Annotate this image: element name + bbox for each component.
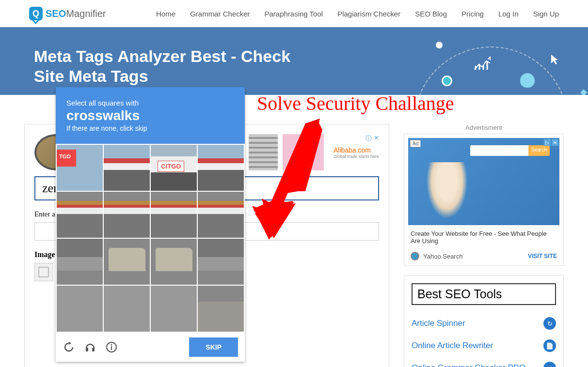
- deco-dot-cyan: [442, 76, 452, 86]
- ad-text: Create Your Website for Free - See What …: [408, 225, 559, 249]
- ad-close-icon[interactable]: ✕: [374, 134, 379, 143]
- ad-close-icon[interactable]: ✕: [552, 139, 558, 146]
- page-title: Meta Tags Analyzer Best - Check Site Met…: [34, 46, 301, 86]
- captcha-tile-4-3[interactable]: [151, 286, 197, 332]
- captcha-tile-2-2[interactable]: [104, 192, 150, 238]
- globe-icon: 🌐: [411, 252, 419, 260]
- adchoices-icon[interactable]: ▷: [544, 139, 551, 146]
- ad-mock-input: [470, 145, 528, 156]
- ad-source: 🌐 Yahoo Search: [411, 252, 462, 260]
- sidebar-ad[interactable]: Ad Search ▷ ✕ Create Your Website for Fr…: [404, 134, 564, 266]
- tool-grammar[interactable]: Online Grammar Checker PRO ✓: [412, 357, 556, 367]
- tools-title: Best SEO Tools: [412, 283, 556, 305]
- nav-paraphrase[interactable]: Paraphrasing Tool: [264, 10, 323, 18]
- hero-decoration: [394, 27, 588, 95]
- captcha-footer: SKIP: [56, 333, 245, 362]
- nav-home[interactable]: Home: [156, 10, 175, 18]
- ad-thumb-dollhouse: [283, 134, 324, 170]
- captcha-tile-2-1[interactable]: [57, 192, 103, 238]
- ad-brand: Alibaba.com Global trade starts here: [334, 146, 379, 159]
- captcha-tile-1-3[interactable]: [151, 145, 197, 191]
- tool-label: Article Spinner: [412, 319, 465, 328]
- ad-person: [423, 162, 471, 225]
- checkbox-inner: [38, 267, 49, 277]
- ad-image: Ad Search ▷ ✕: [408, 138, 559, 225]
- nav-login[interactable]: Log In: [498, 10, 519, 18]
- captcha-tile-1-4[interactable]: [198, 145, 244, 191]
- nav-plagiarism[interactable]: Plagiarism Checker: [337, 10, 400, 18]
- bulb-icon: [520, 73, 535, 88]
- ad-source-name: Yahoo Search: [423, 253, 462, 260]
- captcha-header: Select all squares with crosswalks If th…: [56, 87, 245, 144]
- header: Q SEOMagnifier Home Grammar Checker Para…: [0, 0, 588, 27]
- recaptcha-checkbox[interactable]: [34, 263, 53, 281]
- tool-label: Online Grammar Checker PRO: [412, 363, 525, 367]
- audio-icon[interactable]: [84, 341, 96, 353]
- captcha-tile-3-3[interactable]: [151, 239, 197, 285]
- captcha-tile-2-3[interactable]: [151, 192, 197, 238]
- tool-spinner[interactable]: Article Spinner ↻: [412, 312, 556, 335]
- svg-rect-1: [92, 348, 95, 352]
- cursor-icon: [550, 54, 559, 65]
- captcha-tile-3-4[interactable]: [198, 239, 244, 285]
- ad-mock-button: Search: [528, 145, 550, 156]
- ad-thumb-shelf: [249, 134, 278, 170]
- captcha-tile-3-1[interactable]: [57, 239, 103, 285]
- captcha-grid: [56, 144, 245, 333]
- ad-close-controls: ▷ ✕: [544, 139, 558, 146]
- ad-label: Advertisment: [404, 124, 564, 131]
- svg-rect-4: [111, 346, 112, 350]
- ad-footer: 🌐 Yahoo Search VISIT SITE: [408, 249, 559, 261]
- tool-rewriter[interactable]: Online Article Rewriter 📄: [412, 335, 556, 357]
- reload-icon[interactable]: [63, 341, 75, 353]
- svg-point-3: [111, 344, 112, 346]
- ad-visit-link[interactable]: VISIT SITE: [528, 253, 557, 260]
- logo[interactable]: Q SEOMagnifier: [29, 7, 106, 20]
- captcha-instruction-2: If there are none, click skip: [66, 124, 234, 132]
- chart-icon: [474, 56, 491, 71]
- captcha-instruction-1: Select all squares with: [66, 99, 234, 107]
- logo-icon: Q: [29, 7, 43, 20]
- logo-brand-2: Magnifier: [66, 8, 106, 19]
- skip-button[interactable]: SKIP: [189, 337, 238, 357]
- ad-controls: ⓘ ✕: [366, 134, 379, 143]
- ad-badge: Ad: [410, 140, 421, 147]
- captcha-tile-2-4[interactable]: [198, 192, 244, 238]
- nav-signup[interactable]: Sign Up: [533, 10, 559, 18]
- captcha-tile-4-1[interactable]: [57, 286, 103, 332]
- ad-search-mock: Search: [470, 145, 550, 156]
- logo-text: SEOMagnifier: [46, 8, 106, 19]
- captcha-tile-4-4[interactable]: [198, 286, 244, 332]
- nav-pricing[interactable]: Pricing: [461, 10, 484, 18]
- deco-circle: [413, 46, 569, 95]
- recaptcha-challenge: Select all squares with crosswalks If th…: [56, 87, 245, 362]
- logo-brand-1: SEO: [46, 8, 66, 19]
- nav: Home Grammar Checker Paraphrasing Tool P…: [156, 10, 559, 18]
- captcha-tile-3-2[interactable]: [104, 239, 150, 285]
- svg-rect-0: [86, 348, 88, 352]
- captcha-tile-1-2[interactable]: [104, 145, 150, 191]
- spinner-icon: ↻: [543, 317, 556, 330]
- nav-blog[interactable]: SEO Blog: [415, 10, 447, 18]
- tool-label: Online Article Rewriter: [412, 341, 493, 351]
- ad-brand-tagline: Global trade starts here: [334, 154, 379, 159]
- deco-dot: [436, 42, 443, 48]
- info-icon[interactable]: [105, 341, 118, 353]
- sidebar: Advertisment Ad Search ▷ ✕ Create Your W…: [404, 124, 564, 367]
- ad-brand-name: Alibaba.com: [334, 146, 379, 154]
- hero-banner: Meta Tags Analyzer Best - Check Site Met…: [0, 27, 588, 95]
- nav-grammar[interactable]: Grammar Checker: [190, 10, 250, 18]
- captcha-tile-1-1[interactable]: [57, 145, 103, 191]
- captcha-tile-4-2[interactable]: [104, 286, 150, 332]
- document-icon: 📄: [543, 339, 556, 352]
- ad-info-icon[interactable]: ⓘ: [366, 134, 372, 143]
- tools-box: Best SEO Tools Article Spinner ↻ Online …: [404, 275, 564, 367]
- captcha-target: crosswalks: [66, 108, 234, 123]
- check-icon: ✓: [543, 362, 556, 367]
